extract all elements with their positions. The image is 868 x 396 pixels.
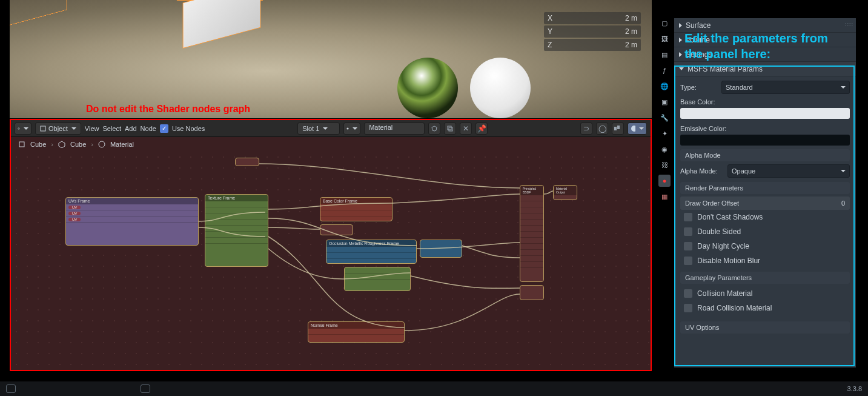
- fake-user-button[interactable]: [428, 122, 440, 135]
- section-settings[interactable]: Settings: [674, 47, 856, 62]
- node-reroute[interactable]: [235, 158, 259, 166]
- menu-add[interactable]: Add: [125, 125, 137, 132]
- mouse-right-icon: [141, 384, 150, 393]
- chevron-right-icon: ›: [51, 141, 53, 148]
- check-disable-motion-blur[interactable]: Disable Motion Blur: [680, 253, 850, 268]
- emissive-color-swatch[interactable]: [680, 135, 850, 146]
- check-road-collision-material[interactable]: Road Collision Material: [680, 301, 850, 315]
- section-msfs-params[interactable]: MSFS Material Params ::::: [674, 62, 856, 76]
- viewport-3d[interactable]: X 2 m Y 2 m Z 2 m: [10, 0, 652, 118]
- menu-view[interactable]: View: [85, 125, 99, 132]
- breadcrumb-item[interactable]: Cube: [70, 141, 86, 148]
- snap-button[interactable]: ⊃: [580, 122, 592, 135]
- base-color-label: Base Color:: [680, 98, 850, 106]
- checkbox-icon: [684, 242, 692, 250]
- material-preview-sphere-env: [397, 58, 458, 118]
- tab-output-icon[interactable]: 🖼: [658, 33, 671, 45]
- base-color-swatch[interactable]: [680, 108, 850, 119]
- checkbox-icon: [684, 257, 692, 265]
- tab-constraints-icon[interactable]: ⛓: [658, 159, 671, 171]
- node-output-extra[interactable]: [520, 285, 544, 300]
- breadcrumb: Cube › Cube › Material: [11, 137, 651, 152]
- breadcrumb-item[interactable]: Material: [110, 141, 134, 148]
- tab-render-icon[interactable]: ▢: [658, 17, 671, 29]
- type-dropdown[interactable]: Standard: [721, 81, 850, 94]
- tab-scene-icon[interactable]: ƒ: [658, 64, 671, 76]
- node-omr-frame[interactable]: Occlusion Metallic Roughness Frame: [326, 240, 417, 264]
- close-icon: ✕: [463, 124, 469, 133]
- tab-physics-icon[interactable]: ◉: [658, 143, 671, 155]
- dim-axis: Z: [548, 41, 552, 49]
- menu-select[interactable]: Select: [102, 125, 121, 132]
- svg-rect-5: [614, 127, 617, 130]
- version-text: 3.3.8: [847, 385, 862, 392]
- svg-point-9: [99, 141, 105, 147]
- mode-dropdown[interactable]: Object: [35, 122, 81, 135]
- section-surface[interactable]: Surface ::::: [674, 18, 856, 33]
- dim-row[interactable]: Z 2 m: [544, 39, 641, 51]
- editor-type-dropdown[interactable]: [15, 122, 31, 135]
- node-green-small[interactable]: [344, 267, 411, 291]
- node-uvs-frame[interactable]: UVs Frame UVUVUV: [65, 197, 199, 246]
- tab-viewlayer-icon[interactable]: ▤: [658, 49, 671, 61]
- shading-mode-button[interactable]: [628, 122, 647, 135]
- node-material-output[interactable]: Material Output: [553, 185, 577, 200]
- material-name-input[interactable]: Material: [364, 122, 425, 135]
- cube-icon: [18, 141, 25, 148]
- checkbox-icon: [684, 213, 692, 221]
- section-volume[interactable]: Volume: [674, 33, 856, 47]
- dim-row[interactable]: Y 2 m: [544, 25, 641, 38]
- snap-type-button[interactable]: ◯: [596, 122, 608, 135]
- node-texture-frame[interactable]: Texture Frame: [205, 194, 268, 267]
- svg-rect-4: [449, 127, 452, 131]
- slot-dropdown[interactable]: Slot 1: [297, 122, 340, 135]
- node-canvas[interactable]: UVs Frame UVUVUV Texture Frame Base Colo…: [11, 152, 651, 370]
- render-params-header: Render Parameters: [680, 182, 850, 194]
- chevron-right-icon: [679, 52, 682, 57]
- pin-button[interactable]: 📌: [475, 122, 488, 135]
- checkbox-icon: [684, 227, 692, 236]
- chevron-right-icon: ›: [91, 141, 93, 148]
- draw-order-offset-field[interactable]: Draw Order Offset 0: [680, 196, 850, 210]
- tab-particles-icon[interactable]: ✦: [658, 127, 671, 139]
- check-dont-cast-shadows[interactable]: Don't Cast Shadows: [680, 210, 850, 224]
- node-small-blue[interactable]: [420, 240, 462, 258]
- check-collision-material[interactable]: Collision Material: [680, 286, 850, 301]
- node-small-1[interactable]: [320, 224, 353, 235]
- dim-value: 2 m: [625, 27, 637, 36]
- tab-world-icon[interactable]: 🌐: [658, 80, 671, 92]
- overlay-button[interactable]: [612, 122, 624, 135]
- node-bsdf[interactable]: Principled BSDF: [520, 185, 544, 282]
- tab-material-icon[interactable]: ●: [658, 175, 671, 187]
- node-normal-frame[interactable]: Normal Frame: [308, 321, 405, 343]
- drag-handle-icon[interactable]: ::::: [845, 21, 853, 27]
- tab-object-icon[interactable]: ▣: [658, 96, 671, 108]
- wireframe-object: [10, 0, 67, 28]
- uv-options-header: UV Options: [680, 321, 850, 334]
- use-nodes-checkbox[interactable]: ✓: [160, 124, 168, 133]
- dim-row[interactable]: X 2 m: [544, 12, 641, 24]
- dimensions-overlay: X 2 m Y 2 m Z 2 m: [544, 12, 641, 52]
- tab-texture-icon[interactable]: ▦: [658, 190, 671, 203]
- annotation-red-warning: Do not edit the Shader nodes graph: [86, 104, 250, 115]
- material-browse-dropdown[interactable]: [343, 122, 360, 135]
- breadcrumb-item[interactable]: Cube: [30, 141, 46, 148]
- shader-node-editor[interactable]: Object View Select Add Node ✓ Use Nodes …: [10, 119, 652, 371]
- check-day-night-cycle[interactable]: Day Night Cycle: [680, 239, 850, 253]
- magnet-icon: ⊃: [583, 124, 589, 133]
- node-basecolor-frame[interactable]: Base Color Frame: [320, 197, 393, 221]
- menu-node[interactable]: Node: [141, 125, 156, 132]
- material-icon: [98, 141, 105, 148]
- dim-axis: Y: [548, 27, 552, 36]
- unlink-material-button[interactable]: ✕: [460, 122, 472, 135]
- duplicate-material-button[interactable]: [444, 122, 456, 135]
- cube-object[interactable]: [184, 0, 260, 48]
- dim-axis: X: [548, 14, 552, 22]
- tab-modifier-icon[interactable]: 🔧: [658, 112, 671, 124]
- check-double-sided[interactable]: Double Sided: [680, 224, 850, 239]
- copy-icon: [447, 126, 453, 132]
- alpha-mode-dropdown[interactable]: Opaque: [727, 164, 850, 178]
- svg-point-7: [631, 126, 635, 132]
- chevron-right-icon: [679, 23, 682, 28]
- dim-value: 2 m: [625, 14, 637, 22]
